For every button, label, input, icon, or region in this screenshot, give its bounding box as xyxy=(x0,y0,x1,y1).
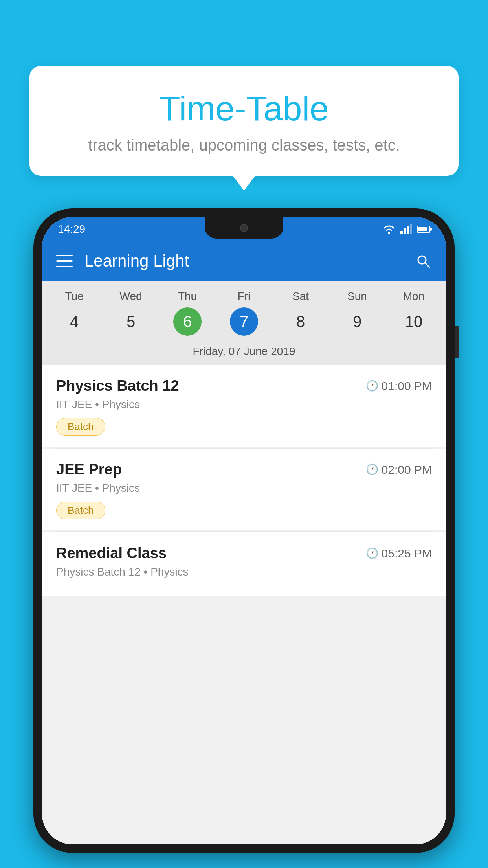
class-1-time: 🕐 01:00 PM xyxy=(366,379,432,393)
svg-rect-1 xyxy=(400,231,403,234)
svg-rect-3 xyxy=(407,226,409,234)
app-bar: Learning Light xyxy=(42,241,446,281)
class-item-1[interactable]: Physics Batch 12 🕐 01:00 PM IIT JEE • Ph… xyxy=(42,365,446,447)
phone-notch xyxy=(205,217,283,239)
signal-icon xyxy=(400,224,412,234)
calendar-strip: Tue Wed Thu Fri Sat Sun Mon 4 5 6 7 8 9 … xyxy=(42,281,446,365)
class-3-time: 🕐 05:25 PM xyxy=(366,547,432,560)
tooltip-card: Time-Table track timetable, upcoming cla… xyxy=(29,66,459,176)
date-5[interactable]: 5 xyxy=(103,307,159,336)
clock-icon-1: 🕐 xyxy=(366,380,378,392)
class-3-name: Remedial Class xyxy=(56,545,167,562)
status-time: 14:29 xyxy=(58,223,85,235)
class-list: Physics Batch 12 🕐 01:00 PM IIT JEE • Ph… xyxy=(42,365,446,844)
side-button xyxy=(455,326,459,358)
svg-line-6 xyxy=(425,263,429,267)
class-item-3[interactable]: Remedial Class 🕐 05:25 PM Physics Batch … xyxy=(42,532,446,596)
search-button[interactable] xyxy=(415,252,432,270)
svg-rect-2 xyxy=(404,228,406,234)
day-sat: Sat xyxy=(272,289,329,304)
class-item-3-header: Remedial Class 🕐 05:25 PM xyxy=(56,545,432,562)
svg-rect-4 xyxy=(410,224,412,234)
date-6-today[interactable]: 6 xyxy=(173,307,202,336)
search-icon xyxy=(415,253,431,269)
date-10[interactable]: 10 xyxy=(385,307,442,336)
date-7-selected[interactable]: 7 xyxy=(230,307,258,336)
app-title: Learning Light xyxy=(84,252,415,270)
hamburger-icon[interactable] xyxy=(56,255,73,267)
day-thu: Thu xyxy=(159,289,216,304)
class-item-2-header: JEE Prep 🕐 02:00 PM xyxy=(56,461,432,478)
class-2-name: JEE Prep xyxy=(56,461,122,478)
date-8[interactable]: 8 xyxy=(272,307,329,336)
day-numbers: 4 5 6 7 8 9 10 xyxy=(46,307,442,336)
camera xyxy=(240,224,248,232)
day-headers: Tue Wed Thu Fri Sat Sun Mon xyxy=(46,289,442,304)
class-1-tag: Batch xyxy=(56,418,105,436)
class-2-detail: IIT JEE • Physics xyxy=(56,482,432,495)
phone-outer: 14:29 xyxy=(33,208,455,853)
class-1-name: Physics Batch 12 xyxy=(56,377,179,394)
selected-date-label: Friday, 07 June 2019 xyxy=(46,342,442,365)
tooltip-subtitle: track timetable, upcoming classes, tests… xyxy=(49,136,439,154)
date-4[interactable]: 4 xyxy=(46,307,103,336)
phone-screen: 14:29 xyxy=(42,217,446,844)
date-9[interactable]: 9 xyxy=(329,307,385,336)
day-fri: Fri xyxy=(216,289,272,304)
status-icons xyxy=(382,224,430,234)
day-mon: Mon xyxy=(385,289,442,304)
class-2-time: 🕐 02:00 PM xyxy=(366,463,432,476)
class-2-tag: Batch xyxy=(56,502,105,519)
tooltip-title: Time-Table xyxy=(49,90,439,128)
day-wed: Wed xyxy=(103,289,159,304)
class-1-detail: IIT JEE • Physics xyxy=(56,398,432,411)
day-tue: Tue xyxy=(46,289,103,304)
class-item-1-header: Physics Batch 12 🕐 01:00 PM xyxy=(56,377,432,394)
class-item-2[interactable]: JEE Prep 🕐 02:00 PM IIT JEE • Physics Ba… xyxy=(42,449,446,530)
day-sun: Sun xyxy=(329,289,385,304)
battery-icon xyxy=(417,226,430,233)
clock-icon-2: 🕐 xyxy=(366,463,378,476)
svg-point-0 xyxy=(388,232,390,234)
wifi-icon xyxy=(382,224,396,234)
class-3-detail: Physics Batch 12 • Physics xyxy=(56,566,432,578)
clock-icon-3: 🕐 xyxy=(366,547,378,559)
phone-mockup: 14:29 xyxy=(33,208,455,853)
